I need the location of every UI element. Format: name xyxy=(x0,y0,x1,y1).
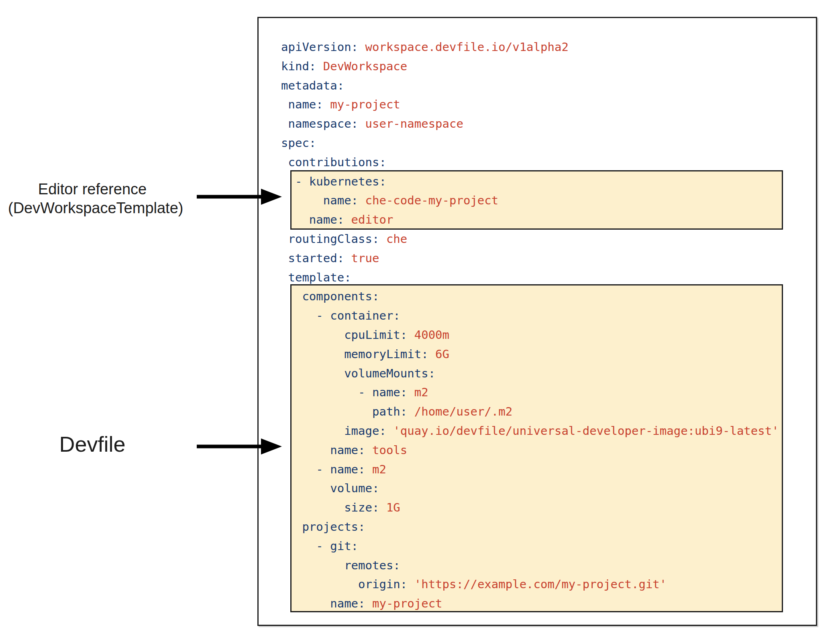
yaml-value: 'quay.io/devfile/universal-developer-ima… xyxy=(386,424,779,438)
yaml-value: my-project xyxy=(365,597,442,610)
yaml-key: started: xyxy=(281,251,344,265)
code-line: spec: xyxy=(281,134,779,153)
yaml-value: my-project xyxy=(323,98,400,111)
code-line: name: my-project xyxy=(281,95,779,114)
yaml-key: spec: xyxy=(281,136,316,150)
editor-reference-arrow xyxy=(197,188,283,206)
code-line: size: 1G xyxy=(281,498,779,518)
yaml-key: image: xyxy=(281,424,386,438)
yaml-key: volumeMounts: xyxy=(281,367,435,380)
code-line: - kubernetes: xyxy=(281,172,779,192)
yaml-key: - container: xyxy=(281,309,400,322)
yaml-key: name: xyxy=(281,213,344,226)
code-line: template: xyxy=(281,268,779,287)
code-line: - name: m2 xyxy=(281,383,779,402)
editor-reference-label-line2: (DevWorkspaceTemplate) xyxy=(8,199,177,218)
yaml-key: cpuLimit: xyxy=(281,328,407,342)
yaml-key: name: xyxy=(281,597,365,610)
code-line: contributions: xyxy=(281,153,779,172)
devfile-arrow xyxy=(197,438,283,455)
code-line: memoryLimit: 6G xyxy=(281,345,779,364)
code-line: projects: xyxy=(281,518,779,537)
yaml-key: contributions: xyxy=(281,155,386,169)
yaml-value: m2 xyxy=(365,463,386,476)
yaml-key: origin: xyxy=(281,577,407,591)
yaml-key: - name: xyxy=(281,463,365,476)
yaml-key: name: xyxy=(281,194,358,207)
yaml-key: volume: xyxy=(281,481,379,495)
yaml-value: tools xyxy=(365,443,408,457)
yaml-value: 6G xyxy=(428,347,449,361)
code-line: image: 'quay.io/devfile/universal-develo… xyxy=(281,422,779,441)
yaml-key: components: xyxy=(281,289,379,303)
arrow-right-icon xyxy=(197,188,283,206)
yaml-value: 'https://example.com/my-project.git' xyxy=(407,577,667,591)
code-line: volumeMounts: xyxy=(281,364,779,383)
code-line: kind: DevWorkspace xyxy=(281,57,779,76)
yaml-code: apiVersion: workspace.devfile.io/v1alpha… xyxy=(281,38,779,613)
yaml-value: /home/user/.m2 xyxy=(407,405,512,418)
yaml-key: memoryLimit: xyxy=(281,347,428,361)
yaml-key: kind: xyxy=(281,59,316,73)
code-line: name: editor xyxy=(281,210,779,230)
code-line: - name: m2 xyxy=(281,460,779,479)
code-line: routingClass: che xyxy=(281,230,779,249)
code-line: name: tools xyxy=(281,441,779,460)
yaml-value: che xyxy=(379,232,407,246)
yaml-value: m2 xyxy=(407,385,428,399)
yaml-key: apiVersion: xyxy=(281,40,358,54)
code-line: cpuLimit: 4000m xyxy=(281,326,779,345)
diagram-canvas: apiVersion: workspace.devfile.io/v1alpha… xyxy=(0,0,840,644)
code-line: components: xyxy=(281,287,779,306)
code-line: volume: xyxy=(281,479,779,498)
code-line: origin: 'https://example.com/my-project.… xyxy=(281,575,779,594)
yaml-value: workspace.devfile.io/v1alpha2 xyxy=(358,40,569,54)
code-line: name: che-code-my-project xyxy=(281,191,779,210)
yaml-key: routingClass: xyxy=(281,232,379,246)
yaml-key: template: xyxy=(281,271,351,284)
yaml-value: true xyxy=(344,251,379,265)
yaml-key: - name: xyxy=(281,385,407,399)
code-line: namespace: user-namespace xyxy=(281,114,779,134)
devfile-label: Devfile xyxy=(8,433,177,455)
yaml-key: remotes: xyxy=(281,558,400,572)
editor-reference-label: Editor reference (DevWorkspaceTemplate) xyxy=(8,180,177,218)
yaml-key: - kubernetes: xyxy=(281,175,386,188)
yaml-key: - git: xyxy=(281,539,358,553)
yaml-value: 1G xyxy=(379,501,400,514)
arrow-right-icon xyxy=(197,438,283,455)
code-line: - container: xyxy=(281,306,779,326)
code-line: path: /home/user/.m2 xyxy=(281,402,779,422)
yaml-value: editor xyxy=(344,213,393,226)
code-line: name: my-project xyxy=(281,594,779,613)
yaml-key: size: xyxy=(281,501,379,514)
yaml-key: path: xyxy=(281,405,407,418)
yaml-value: DevWorkspace xyxy=(316,59,407,73)
devfile-label-line1: Devfile xyxy=(8,433,177,455)
editor-reference-label-line1: Editor reference xyxy=(8,180,177,199)
yaml-key: name: xyxy=(281,443,365,457)
code-line: remotes: xyxy=(281,556,779,575)
yaml-value: user-namespace xyxy=(358,117,463,130)
yaml-key: namespace: xyxy=(281,117,358,130)
yaml-key: projects: xyxy=(281,520,365,534)
yaml-value: che-code-my-project xyxy=(358,194,498,207)
code-line: started: true xyxy=(281,249,779,268)
yaml-key: metadata: xyxy=(281,79,344,92)
code-line: metadata: xyxy=(281,76,779,96)
code-line: - git: xyxy=(281,537,779,556)
yaml-key: name: xyxy=(281,98,323,111)
code-line: apiVersion: workspace.devfile.io/v1alpha… xyxy=(281,38,779,57)
yaml-value: 4000m xyxy=(407,328,449,342)
